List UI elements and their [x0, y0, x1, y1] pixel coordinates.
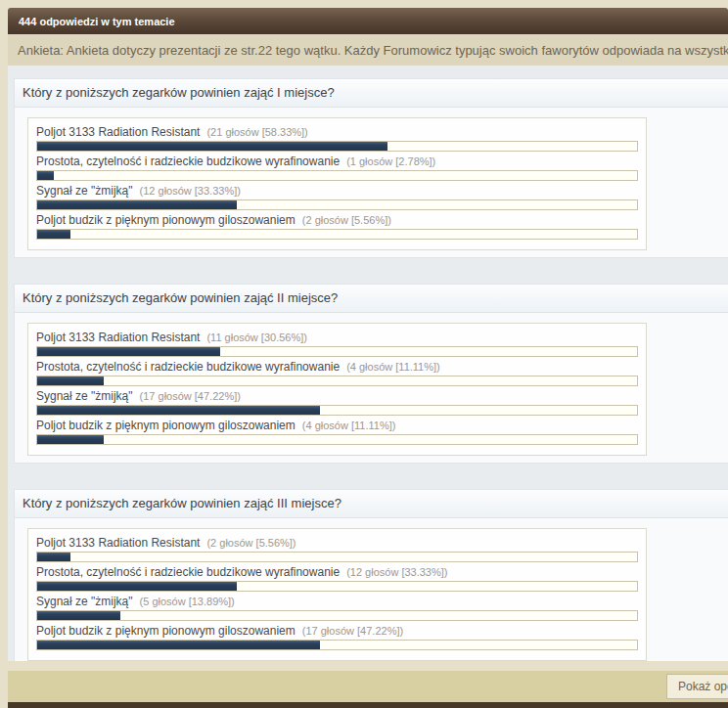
poll-question: Który z poniższych zegarków powinien zaj…: [15, 490, 728, 518]
poll-result-bar-track: [36, 376, 638, 386]
poll-option-row: Poljot budzik z pięknym pionowym giloszo…: [36, 625, 638, 650]
poll-options-panel: Poljot 3133 Radiation Resistant(2 głosów…: [27, 528, 647, 661]
poll-result-bar-fill: [37, 435, 104, 444]
poll-option-label: Poljot budzik z pięknym pionowym giloszo…: [36, 214, 296, 227]
poll-option-label: Prostota, czytelność i radzieckie budzik…: [36, 155, 340, 168]
poll-options-panel: Poljot 3133 Radiation Resistant(21 głosó…: [27, 117, 647, 250]
poll-option-vote-count: (4 głosów [11.11%]): [346, 361, 440, 373]
poll-result-bar-track: [36, 141, 638, 152]
poll-result-bar-fill: [37, 142, 387, 151]
poll-option-label: Sygnał ze "żmijką": [36, 185, 133, 198]
poll-option-labels: Poljot budzik z pięknym pionowym giloszo…: [36, 625, 638, 638]
poll-question: Który z poniższych zegarków powinien zaj…: [15, 285, 728, 313]
poll-option-vote-count: (17 głosów [47.22%]): [140, 390, 241, 402]
poll-option-label: Poljot 3133 Radiation Resistant: [36, 537, 200, 550]
topic-title-bar: 444 odpowiedzi w tym temacie: [8, 8, 728, 34]
bottom-strip: [8, 702, 728, 708]
poll-result-bar-track: [36, 581, 638, 592]
poll-option-label: Prostota, czytelność i radzieckie budzik…: [36, 361, 340, 374]
poll-option-vote-count: (12 głosów [33.33%]): [140, 185, 241, 197]
forum-page: 444 odpowiedzi w tym temacie Ankieta: An…: [0, 8, 728, 708]
poll-option-row: Prostota, czytelność i radzieckie budzik…: [36, 155, 638, 181]
poll-option-vote-count: (12 głosów [33.33%]): [346, 566, 447, 578]
poll-footer-bar: Pokaż opc: [8, 671, 728, 702]
poll-option-label: Poljot budzik z pięknym pionowym giloszo…: [36, 625, 296, 638]
poll-option-row: Sygnał ze "żmijką"(5 głosów [13.89%]): [36, 596, 638, 621]
poll-result-bar-fill: [37, 641, 320, 649]
poll-option-vote-count: (2 głosów [5.56%]): [302, 214, 391, 226]
poll-results-area: Który z poniższych zegarków powinien zaj…: [8, 66, 728, 661]
poll-block: Który z poniższych zegarków powinien zaj…: [14, 78, 728, 258]
poll-option-row: Poljot budzik z pięknym pionowym giloszo…: [36, 214, 638, 240]
poll-option-row: Prostota, czytelność i radzieckie budzik…: [36, 566, 638, 592]
poll-option-label: Poljot budzik z pięknym pionowym giloszo…: [36, 420, 296, 432]
poll-result-bar-fill: [37, 582, 237, 591]
poll-option-labels: Sygnał ze "żmijką"(5 głosów [13.89%]): [36, 596, 638, 608]
poll-option-labels: Poljot budzik z pięknym pionowym giloszo…: [36, 214, 638, 227]
poll-result-bar-track: [36, 199, 638, 210]
poll-option-labels: Prostota, czytelność i radzieckie budzik…: [36, 155, 638, 168]
poll-notice-bar: Ankieta: Ankieta dotyczy prezentacji ze …: [8, 34, 728, 66]
poll-option-labels: Poljot 3133 Radiation Resistant(2 głosów…: [36, 537, 638, 550]
poll-notice-text: Ankieta: Ankieta dotyczy prezentacji ze …: [18, 43, 728, 58]
poll-option-labels: Prostota, czytelność i radzieckie budzik…: [36, 361, 638, 374]
poll-option-vote-count: (2 głosów [5.56%]): [206, 537, 296, 549]
poll-result-bar-track: [36, 346, 638, 357]
poll-block: Który z poniższych zegarków powinien zaj…: [14, 489, 728, 661]
poll-option-vote-count: (17 głosów [47.22%]): [302, 625, 403, 637]
poll-option-row: Sygnał ze "żmijką"(17 głosów [47.22%]): [36, 390, 638, 416]
poll-option-row: Poljot 3133 Radiation Resistant(2 głosów…: [36, 537, 638, 562]
poll-option-label: Poljot 3133 Radiation Resistant: [36, 126, 200, 139]
poll-option-vote-count: (21 głosów [58.33%]): [206, 126, 307, 138]
poll-result-bar-track: [36, 552, 638, 562]
poll-result-bar-track: [36, 640, 638, 650]
topic-replies-count: 444 odpowiedzi w tym temacie: [19, 16, 175, 27]
poll-option-label: Sygnał ze "żmijką": [36, 390, 133, 403]
poll-question: Który z poniższych zegarków powinien zaj…: [15, 79, 728, 108]
poll-option-labels: Poljot 3133 Radiation Resistant(21 głosó…: [36, 126, 638, 139]
poll-result-bar-track: [36, 170, 638, 181]
poll-option-labels: Poljot budzik z pięknym pionowym giloszo…: [36, 420, 638, 432]
poll-result-bar-track: [36, 229, 638, 240]
poll-result-bar-fill: [37, 200, 237, 209]
poll-option-row: Sygnał ze "żmijką"(12 głosów [33.33%]): [36, 185, 638, 210]
poll-option-labels: Prostota, czytelność i radzieckie budzik…: [36, 566, 638, 579]
show-poll-options-button[interactable]: Pokaż opc: [666, 674, 728, 699]
poll-options-panel: Poljot 3133 Radiation Resistant(11 głosó…: [27, 323, 647, 456]
poll-option-row: Prostota, czytelność i radzieckie budzik…: [36, 361, 638, 386]
poll-result-bar-fill: [37, 230, 70, 239]
poll-result-bar-fill: [37, 171, 54, 180]
poll-option-row: Poljot budzik z pięknym pionowym giloszo…: [36, 420, 638, 445]
poll-option-label: Sygnał ze "żmijką": [36, 596, 133, 608]
poll-result-bar-track: [36, 610, 638, 621]
poll-result-bar-fill: [37, 376, 104, 385]
section-divider: [8, 661, 728, 671]
poll-option-row: Poljot 3133 Radiation Resistant(11 głosó…: [36, 332, 638, 357]
poll-option-label: Poljot 3133 Radiation Resistant: [36, 332, 200, 344]
poll-option-label: Prostota, czytelność i radzieckie budzik…: [36, 566, 340, 579]
poll-result-bar-fill: [37, 611, 120, 620]
poll-result-bar-fill: [37, 406, 320, 415]
poll-option-vote-count: (4 głosów [11.11%]): [302, 420, 396, 431]
poll-result-bar-fill: [37, 347, 220, 356]
poll-option-vote-count: (5 głosów [13.89%]): [140, 596, 235, 607]
poll-result-bar-track: [36, 405, 638, 416]
poll-option-labels: Sygnał ze "żmijką"(17 głosów [47.22%]): [36, 390, 638, 403]
poll-result-bar-fill: [37, 553, 70, 561]
poll-option-labels: Sygnał ze "żmijką"(12 głosów [33.33%]): [36, 185, 638, 198]
poll-result-bar-track: [36, 434, 638, 445]
poll-option-vote-count: (1 głosów [2.78%]): [346, 155, 435, 167]
poll-option-row: Poljot 3133 Radiation Resistant(21 głosó…: [36, 126, 638, 152]
poll-block: Który z poniższych zegarków powinien zaj…: [14, 284, 728, 464]
poll-option-labels: Poljot 3133 Radiation Resistant(11 głosó…: [36, 332, 638, 344]
poll-option-vote-count: (11 głosów [30.56%]): [206, 332, 307, 343]
